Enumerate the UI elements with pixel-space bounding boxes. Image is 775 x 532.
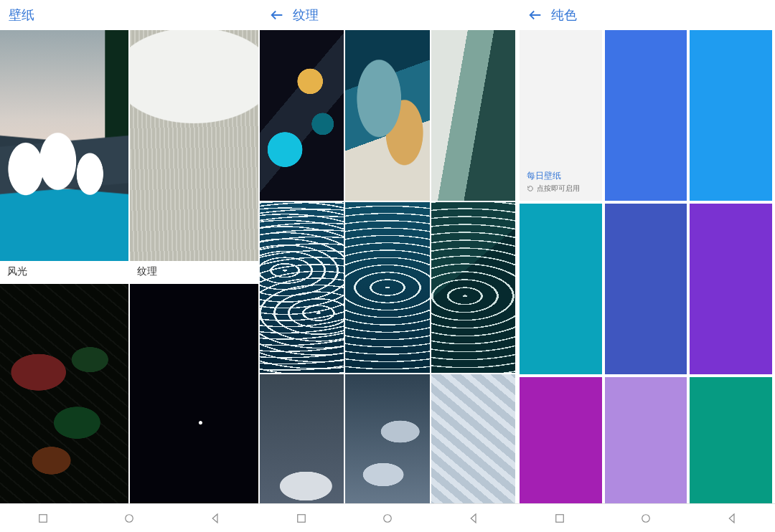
texture-thumbnail[interactable] [260,202,344,373]
svg-rect-2 [298,514,306,522]
solid-content: 每日壁纸点按即可启用 [517,30,775,503]
texture-thumbnail[interactable] [345,374,429,503]
daily-wallpaper-title: 每日壁纸 [527,170,595,182]
svg-point-3 [384,514,392,522]
arrow-left-icon [269,7,285,23]
nav-back-button[interactable] [466,510,482,526]
screen-solid-colors: 纯色 每日壁纸点按即可启用 [517,0,775,532]
solid-color-swatch[interactable] [520,204,602,374]
arrow-left-icon [527,7,543,23]
daily-wallpaper-subtitle: 点按即可启用 [527,184,595,194]
svg-point-5 [642,514,650,522]
texture-thumbnail[interactable] [345,30,429,201]
topbar: 纹理 [258,0,517,30]
category-card[interactable]: 风光 [0,30,128,282]
category-label: 风光 [0,261,128,282]
texture-thumbnail[interactable] [260,30,344,201]
nav-recent-button[interactable] [552,510,568,526]
refresh-icon [527,185,534,192]
solid-color-swatch[interactable] [690,377,772,503]
screen-title: 纯色 [551,6,577,24]
nav-home-button[interactable] [638,510,654,526]
topbar: 壁纸 [0,0,258,30]
android-navbar [517,503,775,532]
texture-thumbnail[interactable] [345,202,429,373]
nav-home-button[interactable] [380,510,395,526]
screen-textures: 纹理 [258,0,517,532]
texture-thumbnail[interactable] [431,30,515,201]
category-card[interactable]: 纹理 [130,30,258,282]
svg-rect-4 [556,514,564,522]
texture-thumbnail[interactable] [431,202,515,373]
solid-color-swatch[interactable] [605,30,687,201]
nav-back-button[interactable] [207,510,223,526]
solid-color-swatch[interactable] [690,30,772,201]
solid-color-swatch[interactable] [605,204,687,374]
nav-recent-button[interactable] [293,510,309,526]
texture-thumbnail[interactable] [431,374,515,503]
solid-color-swatch[interactable] [520,377,602,503]
screen-wallpaper-categories: 壁纸 风光纹理 [0,0,258,532]
category-card[interactable] [130,284,258,503]
svg-point-1 [126,514,133,522]
nav-recent-button[interactable] [35,510,51,526]
topbar: 纯色 [517,0,775,30]
android-navbar [258,503,517,532]
category-card[interactable] [0,284,128,503]
nav-back-button[interactable] [724,510,740,526]
screen-title: 纹理 [293,6,319,24]
back-button[interactable] [267,5,287,25]
category-label: 纹理 [130,261,258,282]
back-button[interactable] [525,5,545,25]
solid-color-swatch[interactable] [605,377,687,503]
svg-rect-0 [39,514,47,522]
texture-content [258,30,517,503]
solid-color-swatch[interactable] [690,204,772,374]
nav-home-button[interactable] [121,510,137,526]
daily-wallpaper-card[interactable]: 每日壁纸点按即可启用 [520,30,602,201]
android-navbar [0,503,258,532]
texture-thumbnail[interactable] [260,374,344,503]
category-content: 风光纹理 [0,30,258,503]
screen-title: 壁纸 [9,6,34,24]
